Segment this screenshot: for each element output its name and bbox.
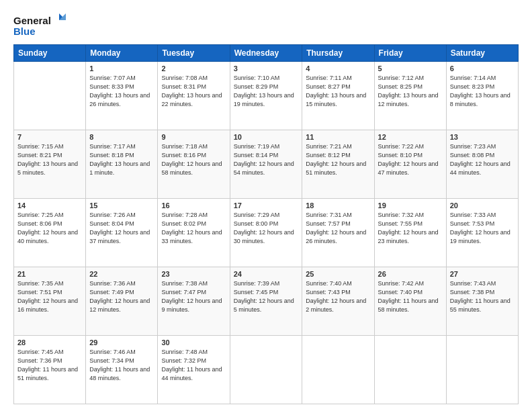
col-header-saturday: Saturday xyxy=(446,45,518,62)
day-number: 1 xyxy=(89,64,154,73)
day-number: 22 xyxy=(89,270,154,278)
day-number: 9 xyxy=(161,133,226,141)
col-header-sunday: Sunday xyxy=(14,45,86,62)
day-number: 14 xyxy=(17,201,82,210)
day-cell: 22Sunrise: 7:36 AMSunset: 7:49 PMDayligh… xyxy=(86,267,158,336)
day-number: 3 xyxy=(234,64,299,73)
day-number: 19 xyxy=(378,201,443,210)
day-cell: 24Sunrise: 7:39 AMSunset: 7:45 PMDayligh… xyxy=(230,267,302,336)
day-cell: 30Sunrise: 7:48 AMSunset: 7:32 PMDayligh… xyxy=(158,336,230,404)
day-info: Sunrise: 7:10 AMSunset: 8:29 PMDaylight:… xyxy=(234,74,299,109)
day-cell xyxy=(14,62,86,130)
col-header-friday: Friday xyxy=(374,45,446,62)
week-row-1: 1Sunrise: 7:07 AMSunset: 8:33 PMDaylight… xyxy=(14,62,519,130)
day-info: Sunrise: 7:12 AMSunset: 8:25 PMDaylight:… xyxy=(378,74,443,109)
day-cell: 27Sunrise: 7:43 AMSunset: 7:38 PMDayligh… xyxy=(446,267,518,336)
day-info: Sunrise: 7:25 AMSunset: 8:06 PMDaylight:… xyxy=(17,211,82,246)
day-cell: 4Sunrise: 7:11 AMSunset: 8:27 PMDaylight… xyxy=(302,62,374,130)
day-info: Sunrise: 7:17 AMSunset: 8:18 PMDaylight:… xyxy=(89,142,154,177)
day-info: Sunrise: 7:38 AMSunset: 7:47 PMDaylight:… xyxy=(161,279,226,314)
day-number: 15 xyxy=(89,201,154,210)
day-number: 29 xyxy=(89,338,154,347)
day-cell: 7Sunrise: 7:15 AMSunset: 8:21 PMDaylight… xyxy=(14,130,86,199)
day-info: Sunrise: 7:45 AMSunset: 7:36 PMDaylight:… xyxy=(17,348,82,383)
day-cell: 29Sunrise: 7:46 AMSunset: 7:34 PMDayligh… xyxy=(86,336,158,404)
week-row-4: 21Sunrise: 7:35 AMSunset: 7:51 PMDayligh… xyxy=(14,267,519,336)
day-cell: 14Sunrise: 7:25 AMSunset: 8:06 PMDayligh… xyxy=(14,199,86,267)
day-number: 16 xyxy=(161,201,226,210)
day-info: Sunrise: 7:14 AMSunset: 8:23 PMDaylight:… xyxy=(450,74,515,109)
day-info: Sunrise: 7:31 AMSunset: 7:57 PMDaylight:… xyxy=(306,211,370,246)
day-info: Sunrise: 7:19 AMSunset: 8:14 PMDaylight:… xyxy=(234,142,299,177)
day-info: Sunrise: 7:42 AMSunset: 7:40 PMDaylight:… xyxy=(378,279,443,314)
day-number: 28 xyxy=(17,338,82,347)
page: General Blue SundayMondayTuesdayWednesda… xyxy=(0,0,532,411)
day-cell: 23Sunrise: 7:38 AMSunset: 7:47 PMDayligh… xyxy=(158,267,230,336)
day-cell: 20Sunrise: 7:33 AMSunset: 7:53 PMDayligh… xyxy=(446,199,518,267)
day-cell: 9Sunrise: 7:18 AMSunset: 8:16 PMDaylight… xyxy=(158,130,230,199)
day-cell: 17Sunrise: 7:29 AMSunset: 8:00 PMDayligh… xyxy=(230,199,302,267)
day-info: Sunrise: 7:35 AMSunset: 7:51 PMDaylight:… xyxy=(17,279,82,314)
day-number: 26 xyxy=(378,270,443,278)
day-number: 7 xyxy=(17,133,82,141)
logo: General Blue xyxy=(13,12,67,39)
week-row-5: 28Sunrise: 7:45 AMSunset: 7:36 PMDayligh… xyxy=(14,336,519,404)
day-cell: 6Sunrise: 7:14 AMSunset: 8:23 PMDaylight… xyxy=(446,62,518,130)
day-cell: 16Sunrise: 7:28 AMSunset: 8:02 PMDayligh… xyxy=(158,199,230,267)
day-number: 17 xyxy=(234,201,299,210)
day-number: 4 xyxy=(306,64,370,73)
logo-svg: General Blue xyxy=(13,12,67,39)
day-cell: 19Sunrise: 7:32 AMSunset: 7:55 PMDayligh… xyxy=(374,199,446,267)
day-info: Sunrise: 7:08 AMSunset: 8:31 PMDaylight:… xyxy=(161,74,226,109)
day-cell: 15Sunrise: 7:26 AMSunset: 8:04 PMDayligh… xyxy=(86,199,158,267)
day-cell: 28Sunrise: 7:45 AMSunset: 7:36 PMDayligh… xyxy=(14,336,86,404)
day-info: Sunrise: 7:26 AMSunset: 8:04 PMDaylight:… xyxy=(89,211,154,246)
header-row: SundayMondayTuesdayWednesdayThursdayFrid… xyxy=(14,45,519,62)
day-number: 20 xyxy=(450,201,515,210)
day-info: Sunrise: 7:15 AMSunset: 8:21 PMDaylight:… xyxy=(17,142,82,177)
day-number: 30 xyxy=(161,338,226,347)
day-info: Sunrise: 7:23 AMSunset: 8:08 PMDaylight:… xyxy=(450,142,515,177)
day-number: 11 xyxy=(306,133,370,141)
day-number: 25 xyxy=(306,270,370,278)
day-number: 6 xyxy=(450,64,515,73)
day-number: 2 xyxy=(161,64,226,73)
week-row-2: 7Sunrise: 7:15 AMSunset: 8:21 PMDaylight… xyxy=(14,130,519,199)
day-info: Sunrise: 7:40 AMSunset: 7:43 PMDaylight:… xyxy=(306,279,370,314)
day-info: Sunrise: 7:36 AMSunset: 7:49 PMDaylight:… xyxy=(89,279,154,314)
day-number: 23 xyxy=(161,270,226,278)
svg-text:Blue: Blue xyxy=(13,26,36,37)
day-number: 21 xyxy=(17,270,82,278)
day-cell: 26Sunrise: 7:42 AMSunset: 7:40 PMDayligh… xyxy=(374,267,446,336)
col-header-monday: Monday xyxy=(86,45,158,62)
day-cell: 11Sunrise: 7:21 AMSunset: 8:12 PMDayligh… xyxy=(302,130,374,199)
day-number: 10 xyxy=(234,133,299,141)
day-cell xyxy=(446,336,518,404)
day-number: 8 xyxy=(89,133,154,141)
calendar-table: SundayMondayTuesdayWednesdayThursdayFrid… xyxy=(13,44,519,404)
day-info: Sunrise: 7:48 AMSunset: 7:32 PMDaylight:… xyxy=(161,348,226,383)
day-info: Sunrise: 7:39 AMSunset: 7:45 PMDaylight:… xyxy=(234,279,299,314)
day-info: Sunrise: 7:43 AMSunset: 7:38 PMDaylight:… xyxy=(450,279,515,314)
day-cell: 25Sunrise: 7:40 AMSunset: 7:43 PMDayligh… xyxy=(302,267,374,336)
day-cell: 3Sunrise: 7:10 AMSunset: 8:29 PMDaylight… xyxy=(230,62,302,130)
day-cell: 10Sunrise: 7:19 AMSunset: 8:14 PMDayligh… xyxy=(230,130,302,199)
svg-text:General: General xyxy=(13,15,51,26)
day-cell: 21Sunrise: 7:35 AMSunset: 7:51 PMDayligh… xyxy=(14,267,86,336)
day-number: 12 xyxy=(378,133,443,141)
day-cell: 5Sunrise: 7:12 AMSunset: 8:25 PMDaylight… xyxy=(374,62,446,130)
day-info: Sunrise: 7:18 AMSunset: 8:16 PMDaylight:… xyxy=(161,142,226,177)
day-info: Sunrise: 7:22 AMSunset: 8:10 PMDaylight:… xyxy=(378,142,443,177)
day-info: Sunrise: 7:32 AMSunset: 7:55 PMDaylight:… xyxy=(378,211,443,246)
col-header-thursday: Thursday xyxy=(302,45,374,62)
day-cell: 12Sunrise: 7:22 AMSunset: 8:10 PMDayligh… xyxy=(374,130,446,199)
day-info: Sunrise: 7:28 AMSunset: 8:02 PMDaylight:… xyxy=(161,211,226,246)
day-number: 18 xyxy=(306,201,370,210)
day-info: Sunrise: 7:46 AMSunset: 7:34 PMDaylight:… xyxy=(89,348,154,383)
day-info: Sunrise: 7:29 AMSunset: 8:00 PMDaylight:… xyxy=(234,211,299,246)
day-number: 13 xyxy=(450,133,515,141)
col-header-tuesday: Tuesday xyxy=(158,45,230,62)
day-cell: 2Sunrise: 7:08 AMSunset: 8:31 PMDaylight… xyxy=(158,62,230,130)
day-cell: 1Sunrise: 7:07 AMSunset: 8:33 PMDaylight… xyxy=(86,62,158,130)
week-row-3: 14Sunrise: 7:25 AMSunset: 8:06 PMDayligh… xyxy=(14,199,519,267)
